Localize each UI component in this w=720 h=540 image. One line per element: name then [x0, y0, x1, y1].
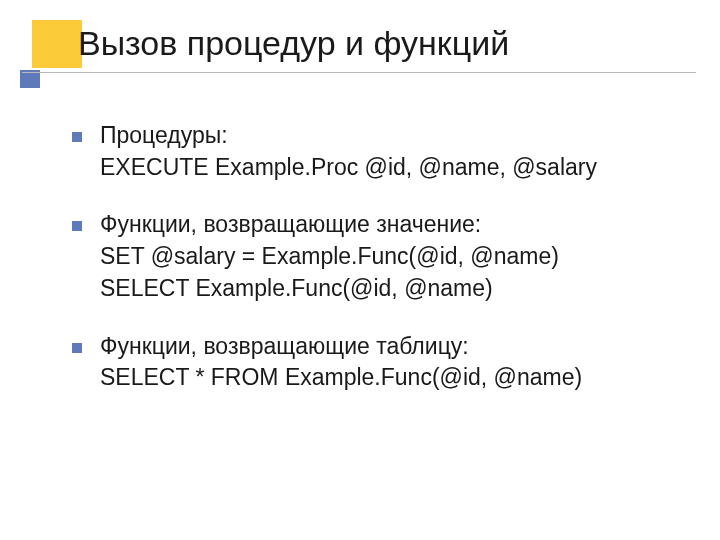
deco-yellow-square [32, 20, 82, 68]
list-item: Процедуры: EXECUTE Example.Proc @id, @na… [72, 120, 676, 183]
slide-title: Вызов процедур и функций [78, 24, 690, 63]
bullet-icon [72, 221, 82, 231]
title-area: Вызов процедур и функций [78, 24, 690, 67]
item-text: Процедуры: EXECUTE Example.Proc @id, @na… [100, 120, 597, 183]
title-underline [22, 72, 696, 73]
item-text: Функции, возвращающие таблицу: SELECT * … [100, 331, 582, 394]
item-text: Функции, возвращающие значение: SET @sal… [100, 209, 559, 304]
corner-decoration [20, 16, 82, 102]
content-area: Процедуры: EXECUTE Example.Proc @id, @na… [72, 120, 676, 420]
bullet-icon [72, 343, 82, 353]
list-item: Функции, возвращающие таблицу: SELECT * … [72, 331, 676, 394]
bullet-icon [72, 132, 82, 142]
list-item: Функции, возвращающие значение: SET @sal… [72, 209, 676, 304]
slide: Вызов процедур и функций Процедуры: EXEC… [0, 0, 720, 540]
